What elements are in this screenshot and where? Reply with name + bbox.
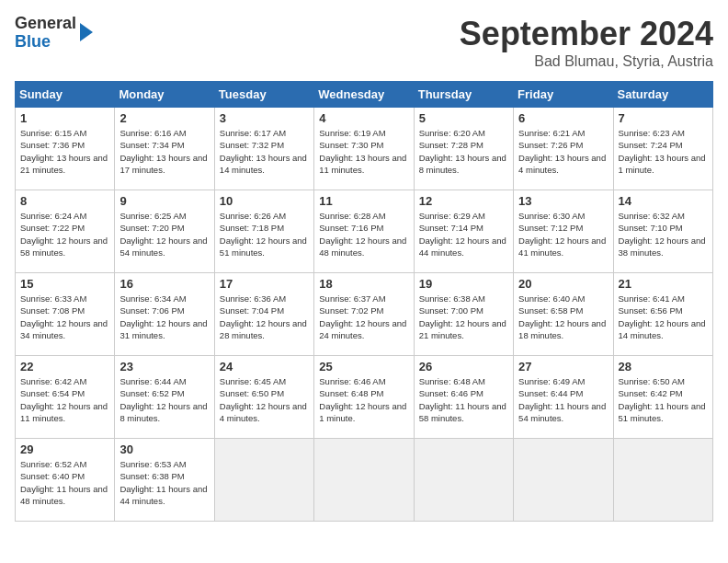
table-row: 23 Sunrise: 6:44 AMSunset: 6:52 PMDaylig… (115, 356, 214, 439)
cell-content: Sunrise: 6:28 AMSunset: 7:16 PMDaylight:… (319, 210, 408, 259)
col-friday: Friday (514, 82, 613, 108)
cell-content: Sunrise: 6:49 AMSunset: 6:44 PMDaylight:… (518, 375, 608, 424)
table-row: 22 Sunrise: 6:42 AMSunset: 6:54 PMDaylig… (16, 356, 115, 439)
cell-content: Sunrise: 6:30 AMSunset: 7:12 PMDaylight:… (518, 210, 608, 259)
day-number: 3 (220, 111, 309, 125)
cell-content: Sunrise: 6:53 AMSunset: 6:38 PMDaylight:… (119, 458, 209, 507)
table-row (414, 439, 513, 522)
day-number: 8 (20, 194, 109, 208)
day-number: 25 (319, 360, 408, 373)
cell-content: Sunrise: 6:48 AMSunset: 6:46 PMDaylight:… (419, 375, 508, 424)
day-number: 28 (619, 360, 708, 373)
day-number: 30 (119, 442, 209, 456)
cell-content: Sunrise: 6:33 AMSunset: 7:08 PMDaylight:… (20, 293, 109, 341)
day-number: 6 (518, 111, 608, 125)
day-number: 2 (119, 111, 209, 125)
col-monday: Monday (115, 82, 214, 108)
day-number: 16 (119, 277, 209, 291)
week-row: 1 Sunrise: 6:15 AMSunset: 7:36 PMDayligh… (16, 108, 713, 190)
cell-content: Sunrise: 6:36 AMSunset: 7:04 PMDaylight:… (220, 293, 309, 341)
day-number: 20 (518, 277, 608, 291)
cell-content: Sunrise: 6:26 AMSunset: 7:18 PMDaylight:… (220, 210, 309, 259)
cell-content: Sunrise: 6:50 AMSunset: 6:42 PMDaylight:… (619, 375, 708, 424)
table-row: 18 Sunrise: 6:37 AMSunset: 7:02 PMDaylig… (314, 273, 414, 356)
cell-content: Sunrise: 6:45 AMSunset: 6:50 PMDaylight:… (220, 375, 309, 424)
cell-content: Sunrise: 6:21 AMSunset: 7:26 PMDaylight:… (518, 127, 608, 176)
location-subtitle: Bad Blumau, Styria, Austria (460, 53, 713, 70)
table-row: 1 Sunrise: 6:15 AMSunset: 7:36 PMDayligh… (16, 108, 115, 190)
calendar-table: Sunday Monday Tuesday Wednesday Thursday… (15, 81, 713, 522)
table-row: 27 Sunrise: 6:49 AMSunset: 6:44 PMDaylig… (514, 356, 613, 439)
table-row (314, 439, 414, 522)
day-number: 29 (20, 442, 109, 456)
day-number: 27 (518, 360, 608, 373)
logo-name: General Blue (15, 15, 76, 52)
table-row: 12 Sunrise: 6:29 AMSunset: 7:14 PMDaylig… (414, 190, 513, 273)
day-number: 4 (319, 111, 408, 125)
table-row: 14 Sunrise: 6:32 AMSunset: 7:10 PMDaylig… (613, 190, 712, 273)
cell-content: Sunrise: 6:52 AMSunset: 6:40 PMDaylight:… (20, 458, 109, 507)
table-row (514, 439, 613, 522)
day-number: 22 (20, 360, 109, 373)
cell-content: Sunrise: 6:40 AMSunset: 6:58 PMDaylight:… (518, 293, 608, 341)
day-number: 7 (619, 111, 708, 125)
table-row: 30 Sunrise: 6:53 AMSunset: 6:38 PMDaylig… (115, 439, 214, 522)
table-row: 28 Sunrise: 6:50 AMSunset: 6:42 PMDaylig… (613, 356, 712, 439)
month-title: September 2024 (460, 15, 713, 53)
logo-general: General (15, 14, 76, 32)
table-row: 19 Sunrise: 6:38 AMSunset: 7:00 PMDaylig… (414, 273, 513, 356)
title-area: September 2024 Bad Blumau, Styria, Austr… (460, 15, 713, 70)
logo: General Blue (15, 15, 93, 52)
day-number: 19 (419, 277, 508, 291)
cell-content: Sunrise: 6:41 AMSunset: 6:56 PMDaylight:… (619, 293, 708, 341)
table-row: 4 Sunrise: 6:19 AMSunset: 7:30 PMDayligh… (314, 108, 414, 190)
day-number: 14 (619, 194, 708, 208)
table-row: 13 Sunrise: 6:30 AMSunset: 7:12 PMDaylig… (514, 190, 613, 273)
day-number: 13 (518, 194, 608, 208)
cell-content: Sunrise: 6:25 AMSunset: 7:20 PMDaylight:… (119, 210, 209, 259)
cell-content: Sunrise: 6:34 AMSunset: 7:06 PMDaylight:… (119, 293, 209, 341)
cell-content: Sunrise: 6:32 AMSunset: 7:10 PMDaylight:… (619, 210, 708, 259)
table-row: 17 Sunrise: 6:36 AMSunset: 7:04 PMDaylig… (214, 273, 313, 356)
day-number: 9 (119, 194, 209, 208)
col-wednesday: Wednesday (314, 82, 414, 108)
table-row: 5 Sunrise: 6:20 AMSunset: 7:28 PMDayligh… (414, 108, 513, 190)
col-sunday: Sunday (16, 82, 115, 108)
table-row: 11 Sunrise: 6:28 AMSunset: 7:16 PMDaylig… (314, 190, 414, 273)
col-saturday: Saturday (613, 82, 712, 108)
day-number: 1 (20, 111, 109, 125)
day-number: 10 (220, 194, 309, 208)
day-number: 12 (419, 194, 508, 208)
table-row: 10 Sunrise: 6:26 AMSunset: 7:18 PMDaylig… (214, 190, 313, 273)
table-row: 20 Sunrise: 6:40 AMSunset: 6:58 PMDaylig… (514, 273, 613, 356)
table-row: 6 Sunrise: 6:21 AMSunset: 7:26 PMDayligh… (514, 108, 613, 190)
day-number: 21 (619, 277, 708, 291)
day-number: 23 (119, 360, 209, 373)
weekday-header-row: Sunday Monday Tuesday Wednesday Thursday… (16, 82, 713, 108)
cell-content: Sunrise: 6:16 AMSunset: 7:34 PMDaylight:… (119, 127, 209, 176)
table-row: 7 Sunrise: 6:23 AMSunset: 7:24 PMDayligh… (613, 108, 712, 190)
logo-arrow-icon (80, 23, 93, 41)
day-number: 24 (220, 360, 309, 373)
table-row (613, 439, 712, 522)
week-row: 8 Sunrise: 6:24 AMSunset: 7:22 PMDayligh… (16, 190, 713, 273)
table-row: 8 Sunrise: 6:24 AMSunset: 7:22 PMDayligh… (16, 190, 115, 273)
table-row: 21 Sunrise: 6:41 AMSunset: 6:56 PMDaylig… (613, 273, 712, 356)
table-row: 24 Sunrise: 6:45 AMSunset: 6:50 PMDaylig… (214, 356, 313, 439)
cell-content: Sunrise: 6:46 AMSunset: 6:48 PMDaylight:… (319, 375, 408, 424)
day-number: 26 (419, 360, 508, 373)
cell-content: Sunrise: 6:44 AMSunset: 6:52 PMDaylight:… (119, 375, 209, 424)
day-number: 5 (419, 111, 508, 125)
table-row (214, 439, 313, 522)
cell-content: Sunrise: 6:29 AMSunset: 7:14 PMDaylight:… (419, 210, 508, 259)
table-row: 2 Sunrise: 6:16 AMSunset: 7:34 PMDayligh… (115, 108, 214, 190)
table-row: 25 Sunrise: 6:46 AMSunset: 6:48 PMDaylig… (314, 356, 414, 439)
col-tuesday: Tuesday (214, 82, 313, 108)
cell-content: Sunrise: 6:19 AMSunset: 7:30 PMDaylight:… (319, 127, 408, 176)
cell-content: Sunrise: 6:17 AMSunset: 7:32 PMDaylight:… (220, 127, 309, 176)
logo-blue: Blue (15, 32, 51, 51)
table-row: 15 Sunrise: 6:33 AMSunset: 7:08 PMDaylig… (16, 273, 115, 356)
week-row: 22 Sunrise: 6:42 AMSunset: 6:54 PMDaylig… (16, 356, 713, 439)
day-number: 18 (319, 277, 408, 291)
logo-text-block: General Blue (15, 15, 76, 52)
